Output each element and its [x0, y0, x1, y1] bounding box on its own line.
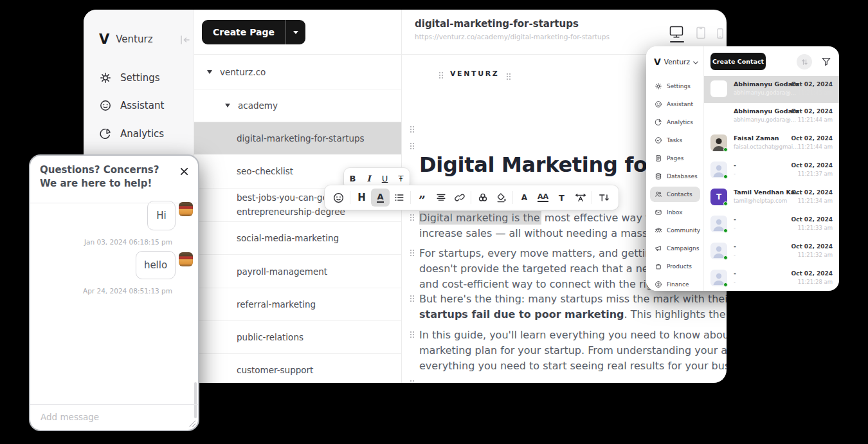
- contacts-sidebar-item-community[interactable]: Community: [650, 223, 700, 238]
- contact-row[interactable]: Faisal Zaman faisal.octachat@gmai... Oct…: [704, 130, 839, 157]
- italic-button[interactable]: I: [361, 171, 376, 187]
- tree-item-venturz-co[interactable]: venturz.co: [194, 55, 401, 89]
- paragraph-3[interactable]: But here's the thing: many startups miss…: [419, 291, 727, 322]
- underline-button[interactable]: U: [377, 171, 392, 187]
- contacts-sidebar-item-inbox[interactable]: Inbox: [650, 205, 700, 220]
- blockquote-button[interactable]: ”: [413, 191, 431, 209]
- sidebar-item-analytics[interactable]: Analytics: [99, 127, 164, 140]
- contacts-sidebar-item-pages[interactable]: Pages: [650, 151, 700, 166]
- gear-icon: [99, 71, 112, 84]
- link-icon[interactable]: [450, 189, 469, 207]
- contact-row[interactable]: - - Oct 02, 2024 11:21:28 am: [704, 265, 839, 291]
- desktop-icon[interactable]: [669, 25, 684, 39]
- font-small-button[interactable]: A: [515, 189, 534, 207]
- bold-button[interactable]: B: [345, 171, 360, 187]
- assistant-face-icon: [655, 100, 662, 108]
- contacts-sidebar-item-finance[interactable]: Finance: [650, 277, 700, 291]
- contact-row[interactable]: - - Oct 02, 2024 11:21:32 am: [704, 238, 839, 265]
- workspace-switcher[interactable]: V Venturz: [654, 57, 698, 67]
- pie-chart-icon: [99, 127, 112, 140]
- contact-row[interactable]: Abhimanyu Godara abhimanyu.godara@... Oc…: [704, 76, 839, 103]
- text-color-button[interactable]: A: [371, 189, 390, 207]
- contact-row[interactable]: Abhimanyu Godara abhimanyu.godara@... Oc…: [704, 103, 839, 130]
- drag-handle-icon[interactable]: [410, 249, 415, 257]
- create-contact-button[interactable]: Create Contact: [710, 53, 766, 70]
- create-page-label: Create Page: [202, 20, 286, 44]
- pie-chart-icon: [655, 118, 662, 126]
- contacts-list: Create Contact Abhimanyu Godara abhimany…: [704, 46, 839, 291]
- tree-item-digital-marketing-for-startups[interactable]: digital-marketing-for-startups: [194, 122, 401, 154]
- drag-handle-icon[interactable]: [410, 295, 415, 302]
- sidebar-item-assistant[interactable]: Assistant: [99, 99, 164, 112]
- user-avatar: [179, 202, 193, 216]
- contact-row[interactable]: - - Oct 02, 2024 11:21:37 am: [704, 157, 839, 184]
- brand-name: Venturz: [116, 33, 152, 45]
- chat-widget: Questions? Concerns? We are here to help…: [29, 154, 199, 431]
- resize-grip-icon[interactable]: [189, 420, 195, 427]
- contact-row[interactable]: - - Oct 02, 2024 11:21:33 am: [704, 211, 839, 238]
- tree-item-public-relations[interactable]: public-relations: [194, 321, 401, 354]
- drag-handle-icon[interactable]: [439, 71, 444, 79]
- drag-handle-icon[interactable]: [410, 214, 415, 221]
- user-avatar: [179, 252, 193, 266]
- chat-message-input[interactable]: Add message: [41, 412, 99, 422]
- drag-handle-icon[interactable]: [410, 331, 415, 338]
- database-icon: [655, 172, 662, 180]
- tree-item-payroll-management[interactable]: payroll-management: [194, 255, 401, 288]
- gear-icon: [655, 82, 662, 90]
- contacts-window: V Venturz Settings Assistant Analytics T…: [646, 46, 839, 291]
- sort-icon[interactable]: [797, 54, 812, 69]
- sidebar-item-settings[interactable]: Settings: [99, 71, 160, 84]
- venturz-logo-icon: V: [99, 32, 109, 47]
- contacts-sidebar-item-tasks[interactable]: Tasks: [650, 133, 700, 148]
- drag-handle-icon[interactable]: [410, 125, 415, 133]
- tree-item-customer-support[interactable]: customer-support: [194, 354, 401, 383]
- tree-item-social-media-marketing[interactable]: social-media-marketing: [194, 222, 401, 255]
- expand-arrow-icon[interactable]: [207, 70, 212, 74]
- contacts-sidebar-item-analytics[interactable]: Analytics: [650, 115, 700, 130]
- chat-input-bar: Add message: [30, 404, 198, 430]
- align-center-icon[interactable]: [431, 189, 450, 207]
- letter-spacing-icon[interactable]: [571, 189, 590, 207]
- stage: V Venturz Settings Assistant Analytics T…: [0, 0, 868, 444]
- collapse-sidebar-icon[interactable]: [179, 35, 192, 45]
- contact-row[interactable]: T Tamil Vendhan Ka... tamil@helptap.com …: [704, 184, 839, 211]
- contacts-sidebar-item-products[interactable]: Products: [650, 259, 700, 274]
- tablet-icon[interactable]: [694, 26, 707, 40]
- bullet-list-icon[interactable]: [390, 189, 408, 207]
- venturz-logo-icon: V: [654, 57, 661, 67]
- heading-button[interactable]: H: [352, 189, 371, 207]
- contacts-sidebar-item-assistant[interactable]: Assistant: [650, 97, 700, 112]
- strikethrough-button[interactable]: Ŧ: [393, 171, 408, 187]
- expand-arrow-icon[interactable]: [225, 104, 230, 107]
- message-timestamp: Jan 03, 2024 06:18:15 pm: [84, 238, 172, 246]
- tree-item-referral-marketing[interactable]: referral-marketing: [194, 288, 401, 321]
- drag-handle-icon[interactable]: [410, 142, 415, 150]
- emoji-picker-icon[interactable]: [329, 189, 348, 207]
- filter-funnel-icon[interactable]: [821, 57, 831, 67]
- site-logo[interactable]: VENTURZ: [450, 69, 499, 78]
- pages-topbar: Create Page: [194, 10, 401, 55]
- chat-header: Questions? Concerns? We are here to help…: [30, 156, 198, 203]
- font-size-button[interactable]: AA: [534, 189, 552, 207]
- close-icon[interactable]: [179, 167, 189, 176]
- tree-item-academy[interactable]: academy: [194, 89, 401, 122]
- page-url: https://venturz.co/academy/digital-marke…: [415, 33, 610, 41]
- contacts-sidebar-item-databases[interactable]: Databases: [650, 169, 700, 184]
- drag-handle-icon[interactable]: [506, 73, 511, 80]
- bag-icon: [655, 263, 662, 270]
- paragraph-4[interactable]: In this guide, you'll learn everything y…: [419, 328, 727, 374]
- color-palette-icon[interactable]: [473, 189, 492, 207]
- highlight-color-icon[interactable]: [492, 189, 511, 207]
- create-page-button[interactable]: Create Page: [202, 20, 305, 44]
- mobile-icon[interactable]: [714, 27, 726, 40]
- line-height-icon[interactable]: [594, 189, 613, 207]
- block-format-toolbar: H A ” A AA T: [325, 185, 619, 210]
- desktop-selected-underline: [670, 41, 684, 42]
- text-style-button[interactable]: T: [552, 189, 571, 207]
- contacts-sidebar-item-settings[interactable]: Settings: [650, 79, 700, 94]
- create-page-dropdown[interactable]: [286, 20, 305, 44]
- contacts-sidebar-item-contacts[interactable]: Contacts: [650, 187, 700, 202]
- drag-handle-icon[interactable]: [410, 380, 415, 383]
- contacts-sidebar-item-campaigns[interactable]: Campaigns: [650, 241, 700, 256]
